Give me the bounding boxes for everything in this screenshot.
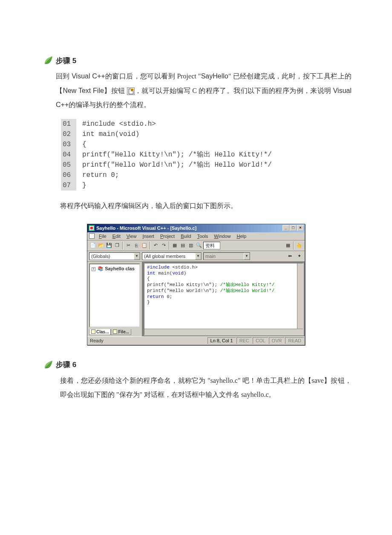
redo-button[interactable]: ↷: [160, 242, 167, 249]
code-row: 04 printf("Hello Kitty!\n"); /*输出 Hello …: [61, 150, 352, 160]
help-button[interactable]: 👆: [295, 242, 303, 249]
menu-build[interactable]: Build: [178, 233, 193, 239]
code-line: #include <stdio.h>: [147, 265, 300, 271]
tab-classview[interactable]: Clas...: [89, 329, 111, 335]
step-5-title: 步骤 5: [56, 56, 76, 66]
comment: /*输出Hello Kitty!*/: [220, 282, 275, 287]
combo-value: (All global members: [142, 254, 195, 259]
back-button[interactable]: ⬅: [286, 252, 294, 260]
tile-button[interactable]: ▦: [284, 242, 292, 249]
titlebar[interactable]: Sayhello - Microsoft Visual C++ - [Sayhe…: [87, 224, 305, 232]
keyword: return: [147, 294, 164, 299]
chevron-down-icon[interactable]: ▼: [134, 253, 140, 260]
horizontal-scrollbar[interactable]: [144, 329, 303, 335]
status-col: COL: [253, 337, 268, 344]
class-icon: 📚: [98, 266, 104, 271]
code-listing: 01#include <stdio.h> 02int main(void) 03…: [61, 119, 352, 191]
combo-value: main: [204, 254, 244, 259]
undo-button[interactable]: ↶: [152, 242, 159, 249]
workspace-button[interactable]: ▦: [171, 242, 179, 249]
cut-button[interactable]: ✂: [124, 242, 132, 249]
window-title: Sayhello - Microsoft Visual C++ - [Sayhe…: [96, 226, 282, 231]
status-rec: REC: [236, 337, 252, 344]
code-text: return 0;: [82, 170, 119, 180]
members-combo[interactable]: (All global members ▼: [142, 252, 202, 260]
code-line: printf("Hello Kitty!\n"); /*输出Hello Kitt…: [147, 282, 300, 288]
maximize-button[interactable]: □: [290, 225, 297, 231]
menu-insert[interactable]: Insert: [140, 233, 157, 239]
code-text: {: [82, 139, 86, 150]
tab-label: Clas...: [96, 330, 109, 334]
code-text: printf("Hello Kitty!\n"); /*输出 Hello Kit…: [82, 150, 272, 160]
menu-edit[interactable]: Edit: [110, 233, 123, 239]
close-button[interactable]: ×: [297, 225, 304, 231]
menubar: File Edit View Insert Project Build Tool…: [87, 232, 305, 240]
line-number: 01: [61, 119, 76, 129]
new-text-file-button[interactable]: 📄: [89, 242, 97, 249]
nav-button[interactable]: ✦: [295, 252, 303, 260]
app-icon: [89, 225, 95, 231]
find-input[interactable]: 资料: [203, 242, 220, 249]
code-line: printf("Hello World!\n"); /*输出Hello Worl…: [147, 288, 300, 294]
menu-view[interactable]: View: [124, 233, 139, 239]
code: 0;: [164, 294, 173, 299]
step-6-title: 步骤 6: [56, 360, 76, 370]
text: ，就可以开始编写 C 的程序了。我们以下面的程序为例，来说明: [135, 87, 333, 94]
code-text: int main(void): [82, 129, 139, 139]
paste-button[interactable]: 📋: [141, 242, 148, 249]
tree-view[interactable]: + 📚 Sayhello clas: [89, 263, 140, 327]
code-text: #include <stdio.h>: [82, 119, 156, 129]
menu-help[interactable]: Help: [234, 233, 249, 239]
line-number: 03: [61, 139, 76, 150]
copy-button[interactable]: ⎘: [133, 242, 140, 249]
caption-text: 将程序代码输入程序编辑区内，输入后的窗口如下图所示。: [60, 199, 352, 213]
ide-window: Sayhello - Microsoft Visual C++ - [Sayhe…: [87, 224, 305, 345]
vertical-scrollbar[interactable]: [297, 263, 303, 329]
code-row: 02int main(void): [61, 129, 352, 139]
chevron-down-icon[interactable]: ▼: [195, 253, 201, 260]
class-view-panel: + 📚 Sayhello clas Clas... File...: [87, 262, 143, 336]
text: 回到: [56, 72, 72, 80]
separator: [293, 242, 294, 249]
save-all-button[interactable]: ❐: [113, 242, 121, 249]
save-button[interactable]: 💾: [105, 242, 113, 249]
menu-file[interactable]: File: [96, 233, 109, 239]
combo-bar: (Globals) ▼ (All global members ▼ main ▼…: [87, 251, 305, 262]
code: printf("Hello World!\n");: [147, 288, 220, 293]
tab-fileview[interactable]: File...: [111, 329, 131, 335]
text: 】按钮: [104, 87, 127, 94]
document-icon: [89, 233, 95, 239]
text: Visual C++: [72, 72, 105, 80]
scope-combo[interactable]: (Globals) ▼: [89, 252, 140, 260]
line-number: 07: [61, 180, 76, 191]
output-button[interactable]: ▤: [179, 242, 187, 249]
tab-label: File...: [118, 330, 129, 334]
open-button[interactable]: 📂: [97, 242, 105, 249]
comment: /*输出Hello World!*/: [220, 288, 275, 293]
menu-window[interactable]: Window: [211, 233, 233, 239]
step-5-header: 步骤 5: [43, 55, 352, 66]
menu-tools[interactable]: Tools: [195, 233, 211, 239]
menu-project[interactable]: Project: [158, 233, 177, 239]
keyword: void: [172, 271, 183, 276]
code-text: printf("Hello World!\n"); /*输出 Hello Wor…: [82, 160, 272, 170]
step-5-paragraph: 回到 Visual C++的窗口后，您可以看到 Project "SayHell…: [56, 69, 352, 112]
workspace: + 📚 Sayhello clas Clas... File... #inclu…: [87, 262, 305, 336]
find-button[interactable]: 🔍: [195, 242, 203, 249]
tree-item[interactable]: + 📚 Sayhello clas: [92, 266, 138, 272]
code-row: 03{: [61, 139, 352, 150]
class-tab-icon: [91, 330, 95, 334]
code-row: 06 return 0;: [61, 170, 352, 180]
window-list-button[interactable]: ▥: [187, 242, 195, 249]
leaf-icon: [43, 55, 53, 66]
line-number: 04: [61, 150, 76, 160]
code-line: }: [147, 300, 300, 306]
chevron-down-icon[interactable]: ▼: [244, 253, 250, 260]
separator: [122, 242, 123, 249]
function-combo[interactable]: main ▼: [203, 252, 250, 260]
minimize-button[interactable]: _: [282, 225, 289, 231]
code-editor[interactable]: #include <stdio.h> int main(void) { prin…: [144, 263, 304, 335]
window-buttons: _ □ ×: [282, 225, 304, 231]
expand-icon[interactable]: +: [92, 267, 95, 271]
text: SayHello: [201, 72, 228, 80]
